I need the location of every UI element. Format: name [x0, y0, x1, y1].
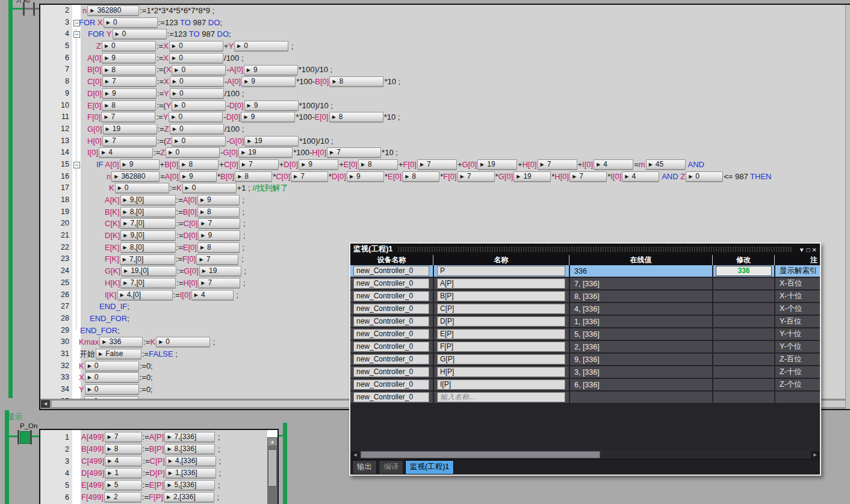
- inline-watch-value-box[interactable]: ▶5: [105, 480, 142, 490]
- device-name-field[interactable]: new_Controller_0: [353, 380, 429, 390]
- inline-watch-value-box[interactable]: ▶7: [291, 171, 328, 182]
- inline-watch-value-box[interactable]: ▶0: [156, 337, 210, 347]
- watch-row[interactable]: new_Controller_0F[P]2, [336]Y-个位: [350, 341, 820, 352]
- inline-watch-value-box[interactable]: ▶7: [569, 171, 607, 182]
- inline-watch-value-box[interactable]: ▶0: [85, 384, 139, 395]
- inline-watch-value-box[interactable]: ▶8: [329, 112, 383, 122]
- variable-name-field[interactable]: I[P]: [437, 380, 565, 390]
- inline-watch-value-box[interactable]: ▶9: [179, 171, 217, 182]
- inline-watch-value-box[interactable]: ▶False: [96, 349, 141, 359]
- inline-watch-value-box[interactable]: ▶0: [102, 41, 156, 51]
- inline-watch-value-box[interactable]: ▶8: [197, 207, 240, 217]
- variable-name-field[interactable]: E[P]: [437, 329, 565, 339]
- inline-watch-value-box[interactable]: ▶7: [196, 254, 238, 265]
- inline-watch-value-box[interactable]: ▶8: [102, 100, 156, 111]
- inline-watch-value-box[interactable]: ▶4: [191, 290, 234, 300]
- inline-watch-value-box[interactable]: ▶0: [113, 29, 167, 39]
- inline-watch-value-box[interactable]: ▶0: [115, 183, 169, 193]
- inline-watch-value-box[interactable]: ▶7,[0]: [120, 254, 175, 265]
- inline-watch-value-box[interactable]: ▶8: [329, 76, 383, 87]
- inline-watch-value-box[interactable]: ▶19: [199, 266, 241, 276]
- inline-watch-value-box[interactable]: ▶8,[0]: [120, 242, 176, 253]
- inline-watch-value-box[interactable]: ▶4: [594, 159, 633, 170]
- inline-watch-value-box[interactable]: ▶19: [513, 171, 551, 182]
- inline-watch-value-box[interactable]: ▶4: [99, 147, 153, 158]
- inline-watch-value-box[interactable]: ▶8: [358, 159, 398, 170]
- column-header-name[interactable]: 名称: [433, 255, 569, 265]
- watch-row[interactable]: new_Controller_0H[P]3, [336]Z-十位: [350, 366, 820, 378]
- panel-tab[interactable]: 输出: [352, 460, 377, 475]
- inline-watch-value-box[interactable]: ▶9: [198, 230, 240, 241]
- scroll-left-button[interactable]: ◄: [351, 451, 359, 458]
- inline-watch-value-box[interactable]: ▶19: [244, 136, 299, 146]
- inline-watch-value-box[interactable]: ▶19: [477, 159, 517, 170]
- device-name-field[interactable]: new_Controller_0: [353, 304, 429, 314]
- inline-watch-value-box[interactable]: ▶0: [170, 76, 224, 87]
- inline-watch-value-box[interactable]: ▶0: [182, 183, 237, 193]
- vertical-scrollbar[interactable]: ▲: [267, 430, 278, 504]
- device-name-field[interactable]: new_Controller_0: [353, 367, 429, 377]
- inline-watch-value-box[interactable]: ▶7,[0]: [120, 278, 176, 288]
- device-name-field[interactable]: new_Controller_0: [353, 329, 429, 339]
- watch-float-button[interactable]: □: [807, 247, 810, 253]
- inline-watch-value-box[interactable]: ▶0: [170, 88, 224, 99]
- inline-watch-value-box[interactable]: ▶9: [120, 159, 160, 170]
- inline-watch-value-box[interactable]: ▶9,[0]: [120, 195, 176, 205]
- variable-name-field[interactable]: B[P]: [437, 291, 565, 301]
- variable-name-field[interactable]: D[P]: [437, 316, 565, 327]
- device-name-field[interactable]: new_Controller_0: [353, 266, 429, 276]
- device-name-field[interactable]: new_Controller_0: [353, 342, 429, 352]
- inline-watch-value-box[interactable]: ▶7: [239, 159, 279, 170]
- inline-watch-value-box[interactable]: ▶7: [102, 136, 157, 146]
- inline-watch-value-box[interactable]: ▶7: [198, 218, 240, 229]
- inline-watch-value-box[interactable]: ▶4: [622, 171, 659, 182]
- scrollbar-thumb[interactable]: [361, 451, 600, 458]
- watch-row[interactable]: new_Controller_0G[P]9, [336]Z-百位: [350, 354, 820, 365]
- inline-watch-value-box[interactable]: ▶7: [105, 432, 142, 442]
- inline-watch-value-box[interactable]: ▶7: [417, 159, 457, 170]
- inline-watch-value-box[interactable]: ▶8: [402, 171, 439, 182]
- inline-watch-value-box[interactable]: ▶19: [238, 147, 293, 158]
- inline-watch-value-box[interactable]: ▶0: [85, 372, 139, 383]
- inline-watch-value-box[interactable]: ▶8: [235, 171, 272, 182]
- energized-contact-indicator[interactable]: [20, 431, 31, 444]
- variable-name-field[interactable]: C[P]: [437, 304, 565, 314]
- inline-watch-value-box[interactable]: ▶2: [104, 492, 141, 502]
- inline-watch-value-box[interactable]: ▶0: [686, 171, 723, 182]
- scroll-up-button[interactable]: ▲: [267, 437, 278, 446]
- name-input-field[interactable]: 输入名称...: [437, 392, 565, 402]
- watch-title-bar[interactable]: 监视(工程)1 ▼□✕: [350, 244, 820, 255]
- variable-name-field[interactable]: G[P]: [437, 354, 565, 364]
- inline-watch-value-box[interactable]: ▶8: [102, 65, 156, 75]
- inline-watch-value-box[interactable]: ▶0: [172, 65, 226, 75]
- inline-watch-value-box[interactable]: ▶4: [105, 456, 142, 466]
- inline-watch-value-box[interactable]: ▶8: [179, 159, 219, 170]
- watch-row[interactable]: new_Controller_0C[P]4, [336]X-个位: [350, 303, 820, 315]
- inline-watch-value-box[interactable]: ▶7,[336]: [164, 432, 215, 442]
- inline-watch-value-box[interactable]: ▶9: [244, 65, 298, 75]
- inline-watch-value-box[interactable]: ▶0: [104, 17, 158, 28]
- inline-watch-value-box[interactable]: ▶0: [170, 124, 224, 134]
- inline-watch-value-box[interactable]: ▶0: [169, 41, 223, 51]
- inline-watch-value-box[interactable]: ▶9: [102, 88, 157, 99]
- inline-watch-value-box[interactable]: ▶9,[0]: [120, 230, 176, 241]
- inline-watch-value-box[interactable]: ▶336: [99, 337, 143, 347]
- inline-watch-value-box[interactable]: ▶7: [458, 171, 495, 182]
- watch-horizontal-scrollbar[interactable]: ◄ ►: [350, 450, 820, 459]
- inline-watch-value-box[interactable]: ▶7,[0]: [120, 218, 176, 229]
- watch-collapse-button[interactable]: ▼: [799, 247, 805, 253]
- device-name-field[interactable]: new_Controller_0: [353, 392, 429, 402]
- variable-name-field[interactable]: A[P]: [437, 278, 565, 289]
- inline-watch-value-box[interactable]: ▶0: [172, 100, 226, 111]
- inline-watch-value-box[interactable]: ▶1,[336]: [166, 468, 216, 478]
- inline-watch-value-box[interactable]: ▶9: [241, 76, 296, 87]
- inline-watch-value-box[interactable]: ▶9: [347, 171, 384, 182]
- fold-collapse-icon[interactable]: −: [73, 31, 80, 38]
- inline-watch-value-box[interactable]: ▶7: [198, 278, 240, 288]
- watch-close-button[interactable]: ✕: [812, 247, 817, 253]
- inline-watch-value-box[interactable]: ▶19: [103, 124, 157, 134]
- watch-row[interactable]: new_Controller_0I[P]6, [336]Z-个位: [350, 379, 820, 390]
- inline-watch-value-box[interactable]: ▶45: [646, 159, 686, 170]
- fold-collapse-icon[interactable]: −: [73, 162, 80, 168]
- watch-row[interactable]: new_Controller_0输入名称...: [350, 392, 820, 403]
